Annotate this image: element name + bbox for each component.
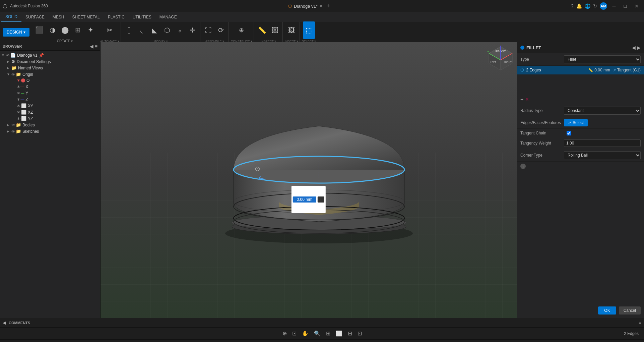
visibility-eye[interactable]: 👁 <box>11 123 15 127</box>
visibility-eye[interactable]: 👁 <box>17 91 20 95</box>
tab-utilities[interactable]: UTILITIES <box>129 12 155 22</box>
cancel-btn[interactable]: Cancel <box>619 306 641 315</box>
joint-btn[interactable]: ⛶ <box>202 21 214 39</box>
fillet-collapse-btn[interactable]: ◀ <box>632 45 636 50</box>
tree-item-sketches[interactable]: ▶ 👁 📁 Sketches <box>0 128 100 134</box>
tangent-icon: ↗ <box>613 68 616 72</box>
tree-item-dianoga[interactable]: ▼ 👁 📄 Dianoga v1 📌 <box>0 52 100 58</box>
corner-type-select[interactable]: Rolling Ball Setback Blending <box>564 151 641 159</box>
browser-menu-btn[interactable]: ≡ <box>95 44 98 49</box>
web-icon[interactable]: 🌐 <box>585 3 590 9</box>
move-btn[interactable]: ✛ <box>187 21 199 39</box>
help-icon[interactable]: ? <box>571 3 574 9</box>
comments-menu-btn[interactable]: ≡ <box>639 320 641 325</box>
tree-item-origin-xz[interactable]: 👁 ⬜ XZ <box>0 109 100 115</box>
dimension-menu-btn[interactable]: ⋮ <box>318 196 324 203</box>
orbit-btn[interactable]: ⊕ <box>280 329 289 338</box>
edge-add-area <box>517 74 644 95</box>
tree-item-origin-z[interactable]: 👁 ─ Z <box>0 96 100 103</box>
sphere-btn[interactable]: ⬤ <box>59 21 71 39</box>
add-edge-btn[interactable]: + <box>520 97 523 103</box>
tree-item-origin[interactable]: ▼ 👁 📁 Origin <box>0 71 100 77</box>
close-tab-btn[interactable]: × <box>320 3 322 9</box>
extrude-btn[interactable]: ⬛ <box>33 21 46 39</box>
visibility-eye[interactable]: 👁 <box>11 129 15 133</box>
tab-sheet-metal[interactable]: SHEET METAL <box>68 12 104 22</box>
visibility-eye[interactable]: 👁 <box>17 85 20 89</box>
visibility-eye[interactable]: 👁 <box>17 78 20 82</box>
toolbar-create-group: ⬛ ◑ ⬤ ⊞ ✦ CREATE ▾ <box>32 22 98 42</box>
tab-surface[interactable]: SURFACE <box>21 12 49 22</box>
tab-solid[interactable]: SOLID <box>1 12 21 22</box>
visibility-eye[interactable]: 👁 <box>11 72 15 76</box>
tree-item-origin-yz[interactable]: 👁 ⬜ YZ <box>0 115 100 122</box>
comments-title: COMMENTS <box>9 321 30 325</box>
tree-item-bodies[interactable]: ▶ 👁 📁 Bodies <box>0 122 100 128</box>
refresh-icon[interactable]: ↻ <box>593 3 597 9</box>
notification-icon[interactable]: 🔔 <box>576 3 582 9</box>
dimension-input[interactable] <box>293 196 316 203</box>
viewport[interactable]: ↖ ⊙ ⋮ FRONT LEFT RIGHT <box>101 42 517 318</box>
tree-item-origin-y[interactable]: 👁 ─ Y <box>0 90 100 96</box>
ok-btn[interactable]: OK <box>598 306 616 315</box>
fillet-modify-btn[interactable]: ◟ <box>136 21 148 39</box>
fillet-expand-btn[interactable]: ▶ <box>637 45 641 50</box>
radius-type-select[interactable]: Constant Variable Chord Length <box>564 107 641 115</box>
environment-btn[interactable]: ⊡ <box>356 329 364 338</box>
close-btn[interactable]: ✕ <box>632 3 641 9</box>
corner-type-value: Rolling Ball Setback Blending <box>564 151 641 159</box>
automate-btn[interactable]: ✂ <box>104 21 116 39</box>
design-dropdown-btn[interactable]: DESIGN ▾ <box>3 28 29 37</box>
visibility-eye[interactable]: 👁 <box>17 110 20 114</box>
type-select[interactable]: Fillet Chamfer <box>564 55 641 63</box>
doc-icon: ⬡ <box>288 4 292 9</box>
fit-screen-btn[interactable]: ⊡ <box>290 329 299 338</box>
comments-collapse-btn[interactable]: ◀ <box>3 320 6 325</box>
tab-plastic[interactable]: PLASTIC <box>104 12 129 22</box>
chamfer-btn[interactable]: ◣ <box>148 21 160 39</box>
browser-collapse-btn[interactable]: ◀ <box>90 44 93 49</box>
push-pull-btn[interactable]: ⟦ <box>123 21 135 39</box>
remove-edge-btn[interactable]: × <box>525 97 528 103</box>
tree-item-origin-xy[interactable]: 👁 ⬜ XY <box>0 103 100 109</box>
doc-tab[interactable]: Dianoga v1* <box>294 4 318 9</box>
edges-selected-row[interactable]: ⬡ 2 Edges 📏 0.00 mm ↗ Tangent (G1) <box>517 66 644 74</box>
maximize-btn[interactable]: □ <box>621 3 629 9</box>
visibility-eye[interactable]: 👁 <box>6 53 10 57</box>
fillet-type-row: Type Fillet Chamfer <box>517 53 644 66</box>
select-btn[interactable]: ⬚ <box>303 21 315 39</box>
visibility-eye[interactable]: 👁 <box>17 98 20 102</box>
shell-btn[interactable]: ⬡ <box>161 21 173 39</box>
component-btn[interactable]: ✦ <box>84 21 96 39</box>
tree-item-origin-x[interactable]: 👁 ─ X <box>0 83 100 90</box>
tab-mesh[interactable]: MESH <box>49 12 68 22</box>
pattern-btn[interactable]: ⊞ <box>72 21 84 39</box>
insert-btn[interactable]: 🖼 <box>285 21 298 39</box>
construct-btn[interactable]: ⊕ <box>236 21 248 39</box>
tree-item-origin-o[interactable]: 👁 O <box>0 77 100 83</box>
draft-btn[interactable]: ⬦ <box>174 21 186 39</box>
section-analysis-btn[interactable]: 🖼 <box>269 21 281 39</box>
display-mode-btn[interactable]: ⬜ <box>334 329 344 338</box>
tree-item-doc-settings[interactable]: ▶ ⚙ Document Settings <box>0 58 100 65</box>
tangency-weight-input[interactable] <box>564 139 641 147</box>
grid-btn[interactable]: ⊟ <box>346 329 354 338</box>
tab-manage[interactable]: MANAGE <box>155 12 181 22</box>
visibility-eye[interactable]: 👁 <box>17 117 20 121</box>
motion-btn[interactable]: ⟳ <box>215 21 227 39</box>
pan-btn[interactable]: ✋ <box>300 329 311 338</box>
select-edges-btn[interactable]: ↗ Select <box>564 119 588 126</box>
tree-item-named-views[interactable]: ▶ 📁 Named Views <box>0 65 100 71</box>
visibility-eye[interactable]: 👁 <box>17 104 20 108</box>
zoom-window-btn[interactable]: ⊞ <box>324 329 332 338</box>
user-avatar[interactable]: AM <box>600 2 607 10</box>
revolve-btn[interactable]: ◑ <box>46 21 58 39</box>
nav-cube[interactable]: FRONT LEFT RIGHT Z X Y <box>487 45 514 73</box>
measure-btn[interactable]: 📏 <box>256 21 268 39</box>
edges-icon: ⬡ <box>520 68 524 72</box>
tangent-chain-checkbox[interactable] <box>567 131 571 135</box>
minimize-btn[interactable]: ─ <box>610 3 619 9</box>
zoom-btn[interactable]: 🔍 <box>312 329 323 338</box>
window-controls: ? 🔔 🌐 ↻ AM ─ □ ✕ <box>571 2 641 10</box>
add-tab-btn[interactable]: + <box>327 3 331 10</box>
